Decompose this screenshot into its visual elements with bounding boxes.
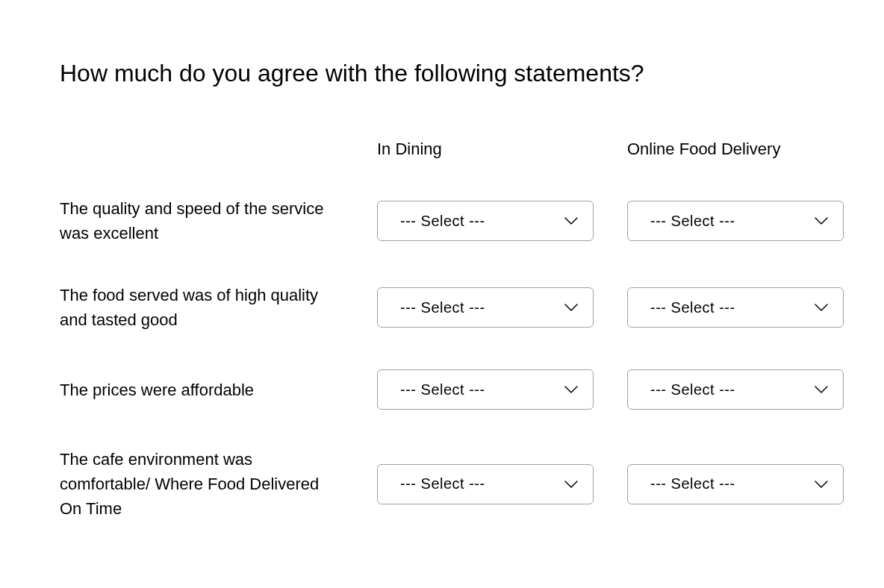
select-placeholder: --- Select ---	[400, 381, 485, 398]
statement-row-0: The quality and speed of the service was…	[60, 196, 343, 245]
select-placeholder: --- Select ---	[650, 213, 735, 230]
column-header-online-delivery: Online Food Delivery	[627, 140, 844, 159]
statement-row-2: The prices were affordable	[60, 378, 343, 402]
chevron-down-icon	[815, 386, 828, 393]
select-row-0-col-1[interactable]: --- Select ---	[627, 201, 844, 241]
select-placeholder: --- Select ---	[650, 299, 735, 316]
select-placeholder: --- Select ---	[400, 475, 485, 492]
chevron-down-icon	[815, 481, 828, 488]
column-header-in-dining: In Dining	[377, 140, 594, 159]
matrix-grid: In Dining Online Food Delivery The quali…	[60, 140, 824, 521]
chevron-down-icon	[564, 481, 578, 488]
chevron-down-icon	[564, 217, 578, 225]
select-row-1-col-0[interactable]: --- Select ---	[377, 287, 594, 328]
chevron-down-icon	[815, 304, 828, 311]
chevron-down-icon	[564, 386, 578, 393]
select-row-1-col-1[interactable]: --- Select ---	[627, 287, 844, 328]
question-title: How much do you agree with the following…	[60, 60, 824, 87]
select-row-3-col-1[interactable]: --- Select ---	[627, 464, 844, 504]
chevron-down-icon	[815, 217, 828, 225]
statement-row-3: The cafe environment was comfortable/ Wh…	[60, 447, 343, 521]
select-row-0-col-0[interactable]: --- Select ---	[377, 201, 594, 241]
select-row-2-col-1[interactable]: --- Select ---	[627, 369, 844, 410]
select-placeholder: --- Select ---	[400, 213, 485, 230]
statement-row-1: The food served was of high quality and …	[60, 283, 343, 332]
select-row-3-col-0[interactable]: --- Select ---	[377, 464, 594, 504]
select-placeholder: --- Select ---	[400, 299, 485, 316]
chevron-down-icon	[564, 304, 578, 311]
select-placeholder: --- Select ---	[650, 475, 735, 492]
select-placeholder: --- Select ---	[650, 381, 735, 398]
select-row-2-col-0[interactable]: --- Select ---	[377, 369, 594, 410]
